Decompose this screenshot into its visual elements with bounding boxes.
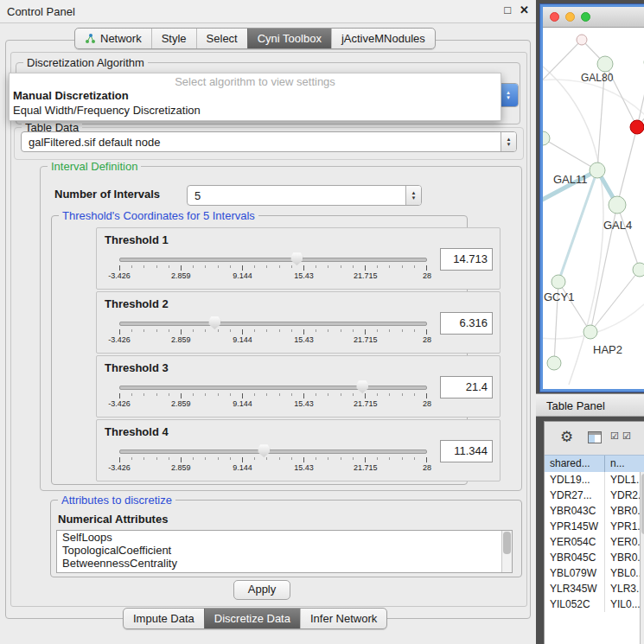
threshold-3-panel: Threshold 3 21.4 -3.4262.8599.14415.4321…: [96, 355, 501, 418]
slider-track[interactable]: [119, 386, 427, 390]
table-row[interactable]: YBR045CYBR0...: [545, 550, 641, 565]
slider-tick-labels: -3.4262.8599.14415.4321.71528: [119, 463, 427, 474]
table-row[interactable]: YPR145WYPR1...: [545, 519, 641, 534]
network-icon: [85, 33, 96, 44]
list-scrollbar[interactable]: [501, 531, 512, 572]
network-node[interactable]: [547, 356, 561, 370]
window-title: Control Panel: [7, 5, 75, 18]
algorithm-option-manual[interactable]: Manual Discretization: [10, 88, 501, 103]
network-edges[interactable]: [543, 40, 644, 363]
algorithm-dropdown-popup: Select algorithm to view settings Manual…: [9, 73, 501, 121]
list-item[interactable]: TopologicalCoefficient: [57, 544, 512, 557]
network-node-gcy1[interactable]: [552, 275, 565, 289]
network-window-titlebar[interactable]: [543, 7, 644, 28]
network-node[interactable]: [577, 35, 587, 45]
table-scrollbar[interactable]: [640, 472, 644, 644]
table-row[interactable]: YLR345WYLR3...: [545, 581, 641, 596]
network-view-window[interactable]: GAL80 GAL11 GAL4 GCY1 HAP2 H: [540, 4, 644, 392]
network-node-selected[interactable]: [630, 120, 644, 134]
slider-thumb[interactable]: [208, 316, 220, 329]
table-row[interactable]: YBR043CYBR0...: [545, 503, 641, 519]
threshold-1-panel: Threshold 1 14.713 -3.4262.8599.14415.43…: [96, 227, 501, 290]
numerical-attributes-list[interactable]: SelfLoops TopologicalCoefficient Between…: [56, 530, 513, 573]
table-toolbar: ⚙ ☑ ☑: [545, 422, 644, 455]
threshold-4-value-field[interactable]: 11.344: [440, 440, 493, 462]
tab-network[interactable]: Network: [75, 29, 151, 48]
column-header-name[interactable]: n...: [605, 456, 644, 472]
table-row[interactable]: YER054CYER0...: [545, 534, 641, 550]
slider-thumb[interactable]: [356, 380, 368, 393]
network-node-gal4[interactable]: [609, 196, 626, 214]
threshold-1-value-field[interactable]: 14.713: [440, 248, 493, 271]
table-panel-header[interactable]: Table Panel: [536, 393, 644, 417]
scrollbar-thumb[interactable]: [503, 532, 511, 554]
threshold-2-panel: Threshold 2 6.316 -3.4262.8599.14415.432…: [96, 291, 501, 354]
network-node-gal11[interactable]: [590, 163, 605, 178]
table-row[interactable]: YBL079WYBL0...: [545, 565, 641, 581]
node-label-gal4: GAL4: [603, 219, 632, 232]
gear-icon[interactable]: ⚙: [560, 428, 573, 446]
num-intervals-label: Number of Intervals: [54, 188, 160, 201]
table-row[interactable]: YDR27...YDR2...: [545, 488, 641, 503]
table-row[interactable]: YIL052CYIL0...: [545, 596, 641, 612]
threshold-4-label: Threshold 4: [105, 425, 169, 438]
threshold-1-slider[interactable]: -3.4262.8599.14415.4321.71528: [119, 251, 427, 285]
threshold-1-label: Threshold 1: [105, 233, 169, 246]
list-item[interactable]: SelfLoops: [57, 531, 512, 544]
column-header-shared-name[interactable]: shared...: [545, 456, 605, 472]
table-data-combobox[interactable]: galFiltered.sif default node ▲▼: [21, 131, 517, 152]
table-data-value: galFiltered.sif default node: [22, 136, 501, 149]
algorithm-group-title: Discretization Algorithm: [23, 56, 148, 69]
tab-style[interactable]: Style: [151, 29, 196, 48]
slider-track[interactable]: [119, 322, 427, 326]
window-titlebar[interactable]: Control Panel □ ✕: [0, 0, 536, 23]
list-item[interactable]: BetweennessCentrality: [57, 557, 512, 570]
tab-jactivemnodules[interactable]: jActiveMNodules: [331, 29, 435, 48]
slider-thumb[interactable]: [290, 252, 303, 265]
algorithm-option-equal-width[interactable]: Equal Width/Frequency Discretization: [10, 103, 501, 118]
threshold-2-slider[interactable]: -3.4262.8599.14415.4321.71528: [119, 315, 427, 349]
threshold-3-slider[interactable]: -3.4262.8599.14415.4321.71528: [119, 379, 427, 413]
slider-track[interactable]: [119, 258, 427, 262]
combo-arrows-icon[interactable]: ▲▼: [405, 186, 421, 205]
algorithm-prompt: Select algorithm to view settings: [10, 73, 501, 88]
table-column-headers: shared... n...: [545, 455, 644, 473]
tab-infer-network[interactable]: Infer Network: [300, 609, 386, 628]
network-node[interactable]: [633, 263, 644, 277]
threshold-2-value-field[interactable]: 6.316: [440, 312, 493, 335]
zoom-traffic-light-icon[interactable]: [581, 12, 590, 22]
minimize-traffic-light-icon[interactable]: [565, 12, 575, 22]
close-window-icon[interactable]: ✕: [518, 3, 531, 16]
right-dock: GAL80 GAL11 GAL4 GCY1 HAP2 H Table Panel…: [536, 0, 644, 644]
tab-select[interactable]: Select: [196, 29, 247, 48]
table-rows: YDL19...YDL1... YDR27...YDR2... YBR043CY…: [545, 472, 641, 644]
columns-icon[interactable]: [588, 431, 602, 443]
tab-impute-data[interactable]: Impute Data: [124, 609, 204, 628]
slider-ticks: [119, 393, 428, 399]
slider-thumb[interactable]: [258, 444, 270, 457]
tab-label: Network: [100, 32, 142, 45]
apply-button[interactable]: Apply: [233, 580, 290, 600]
slider-ticks: [119, 457, 428, 462]
slider-track[interactable]: [119, 450, 427, 454]
num-intervals-value: 5: [188, 189, 405, 202]
checkbox-icon[interactable]: ☑: [622, 430, 631, 442]
threshold-4-slider[interactable]: -3.4262.8599.14415.4321.71528: [119, 443, 427, 477]
network-canvas[interactable]: GAL80 GAL11 GAL4 GCY1 HAP2 H: [543, 28, 644, 385]
network-node[interactable]: [543, 131, 550, 145]
tab-discretize-data[interactable]: Discretize Data: [204, 609, 300, 628]
close-traffic-light-icon[interactable]: [550, 12, 559, 22]
float-window-icon[interactable]: □: [502, 3, 513, 16]
threshold-2-label: Threshold 2: [105, 297, 169, 310]
tab-cyni-toolbox[interactable]: Cyni Toolbox: [247, 29, 331, 48]
node-label-gal80: GAL80: [581, 72, 614, 84]
num-intervals-combobox[interactable]: 5 ▲▼: [187, 185, 422, 206]
slider-ticks: [119, 265, 428, 271]
table-row[interactable]: YDL19...YDL1...: [545, 472, 641, 488]
threshold-3-value-field[interactable]: 21.4: [440, 376, 493, 399]
checkbox-icon[interactable]: ☑: [610, 430, 619, 442]
network-node-gal80[interactable]: [597, 56, 613, 72]
combo-arrows-icon[interactable]: ▲▼: [501, 132, 516, 151]
network-node-hap2[interactable]: [583, 325, 597, 339]
control-panel-window: Control Panel □ ✕ Network Style Select C…: [0, 0, 536, 644]
